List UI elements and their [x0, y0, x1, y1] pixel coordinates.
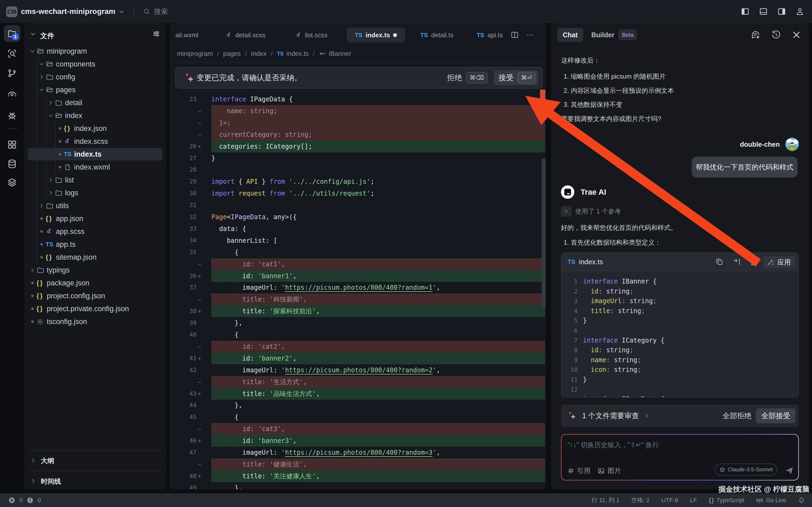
code-line-added: 48+ title: '关注健康人生',	[170, 470, 546, 482]
line-number: 4	[561, 306, 577, 316]
editor-tab-index.ts[interactable]: TSindex.ts	[347, 27, 405, 42]
reject-changes-button[interactable]: 拒绝 ⌘⌫	[447, 72, 488, 84]
tree-item-detail[interactable]: detail	[24, 96, 166, 109]
model-selector[interactable]: Claude-3.5-Sonnet	[715, 463, 777, 475]
status-item[interactable]: 空格: 2	[631, 496, 650, 504]
accept-changes-button[interactable]: 接受 ⌘⏎	[494, 70, 539, 85]
tree-item-components[interactable]: components	[24, 58, 166, 70]
filter-icon[interactable]	[152, 30, 160, 38]
breadcrumb-item-pages[interactable]: pages	[223, 50, 241, 57]
problems-summary[interactable]: 0 0	[8, 493, 41, 507]
chat-input[interactable]: "↑↓" 切换历史输入，"⇧↵" 换行 引用 图片 Claude-3.5-Son…	[561, 435, 798, 480]
breadcrumb-item-miniprogram[interactable]: miniprogram	[177, 50, 213, 57]
breadcrumb-label: IBanner	[329, 50, 351, 57]
copy-icon[interactable]	[715, 258, 724, 266]
image-button[interactable]: 图片	[598, 466, 621, 475]
apply-button[interactable]: 应用	[763, 256, 795, 268]
reject-all-button[interactable]: 全部拒绝	[723, 404, 752, 427]
tab-chat[interactable]: Chat	[557, 28, 583, 42]
activity-source-control-icon[interactable]	[4, 65, 20, 81]
layout-sidebar-left-icon[interactable]	[741, 7, 750, 16]
user-avatar[interactable]	[785, 137, 799, 151]
chevron-right-icon[interactable]	[644, 412, 650, 419]
tree-item-miniprogram[interactable]: miniprogram	[24, 45, 166, 58]
status-item[interactable]: LF	[690, 497, 697, 504]
references-row[interactable]: 使用了 1 个参考	[561, 206, 621, 217]
tree-item-index.scss[interactable]: index.scss	[24, 135, 166, 148]
new-chat-icon[interactable]	[751, 30, 760, 40]
breadcrumb-item-index.ts[interactable]: TSindex.ts	[277, 50, 309, 57]
chat-header: Chat Builder Beta	[551, 23, 809, 47]
breadcrumb-item-index[interactable]: index	[251, 50, 266, 57]
tree-item-config[interactable]: config	[24, 70, 166, 83]
editor-tab-list.scss[interactable]: list.scss	[284, 27, 339, 42]
editor-tab-detail.scss[interactable]: detail.scss	[214, 27, 277, 42]
tree-item-index.json[interactable]: { }index.json	[24, 122, 166, 135]
project-chevron-down-icon[interactable]	[118, 8, 125, 15]
status-typescript[interactable]: { }TypeScript	[709, 497, 744, 504]
bell-icon[interactable]	[798, 497, 805, 504]
files-section-header[interactable]: 文件	[24, 23, 166, 42]
tree-item-sitemap.json[interactable]: { }sitemap.json	[24, 251, 166, 264]
project-name[interactable]: cms-wechart-miniprogram	[21, 0, 115, 23]
tree-item-logs[interactable]: logs	[24, 186, 166, 199]
activity-layers-icon[interactable]	[4, 174, 20, 191]
activity-database-icon[interactable]	[4, 156, 20, 172]
history-icon[interactable]	[771, 30, 781, 40]
breadcrumb-item-IBanner[interactable]: IBanner	[319, 50, 351, 57]
tree-item-index[interactable]: index	[24, 109, 166, 122]
account-icon[interactable]	[795, 7, 805, 16]
global-search[interactable]: 搜索	[143, 0, 168, 23]
line-number: 26	[170, 140, 197, 152]
code-card-content[interactable]: 1interface IBanner {2 id: string;3 image…	[561, 271, 798, 397]
editor-tab-api.ts[interactable]: TSapi.ts	[470, 27, 510, 42]
activity-debug-icon[interactable]	[4, 107, 20, 124]
reference-button[interactable]: 引用	[567, 466, 591, 475]
activity-extensions-icon[interactable]	[4, 136, 20, 153]
insert-icon[interactable]	[732, 258, 741, 266]
status-go-live[interactable]: Go Live	[756, 497, 786, 504]
tree-item-label: miniprogram	[47, 47, 87, 56]
tree-item-app.scss[interactable]: app.scss	[24, 225, 166, 238]
outline-section[interactable]: 大纲	[24, 450, 166, 471]
project-logo[interactable]: CM	[6, 6, 17, 17]
status-item[interactable]: 行 11, 列 1	[592, 496, 619, 504]
references-expand-icon[interactable]	[561, 206, 572, 217]
send-button[interactable]	[784, 466, 794, 475]
editor-tab-ail.wxml[interactable]: ail.wxml	[171, 27, 202, 42]
editor-scrollbar[interactable]	[542, 158, 546, 308]
timeline-section[interactable]: 时间线	[24, 471, 166, 492]
accept-all-button[interactable]: 全部接受	[756, 408, 796, 423]
tree-item-project.config.json[interactable]: { }project.config.json	[24, 289, 166, 302]
code-editor[interactable]: 23interface IPageData {— name: string;— …	[170, 89, 546, 489]
code-line-deleted: — }>;	[170, 117, 546, 129]
tree-item-tsconfig.json[interactable]: tsconfig.json	[24, 315, 166, 328]
tree-item-list[interactable]: list	[24, 174, 166, 186]
new-file-icon[interactable]	[750, 258, 758, 266]
layout-sidebar-right-icon[interactable]	[777, 7, 786, 16]
editor-tab-detail.ts[interactable]: TSdetail.ts	[413, 27, 461, 42]
tree-item-typings[interactable]: typings	[24, 264, 166, 277]
tree-item-project.private.config.json[interactable]: { }project.private.config.json	[24, 302, 166, 315]
close-icon[interactable]	[792, 30, 801, 40]
split-editor-icon[interactable]	[510, 31, 519, 39]
tree-item-package.json[interactable]: { }package.json	[24, 277, 166, 289]
tree-item-pages[interactable]: pages	[24, 83, 166, 96]
tree-item-index.ts[interactable]: TSindex.ts	[24, 148, 166, 161]
tree-item-app.ts[interactable]: TSapp.ts	[24, 238, 166, 251]
activity-files-icon[interactable]: 1	[4, 25, 20, 42]
tree-item-utils[interactable]: utils	[24, 199, 166, 212]
tab-builder[interactable]: Builder Beta	[591, 28, 637, 42]
activity-remote-eye-icon[interactable]	[4, 86, 20, 102]
more-actions-icon[interactable]	[526, 31, 535, 39]
status-item[interactable]: UTF-8	[661, 497, 678, 504]
tree-item-app.json[interactable]: { }app.json	[24, 212, 166, 225]
tree-item-index.wxml[interactable]: index.wxml	[24, 161, 166, 174]
code-line-text: interface IPageData {	[211, 93, 293, 105]
assistant-message2-step: 1. 首先优化数据结构和类型定义：	[564, 235, 661, 249]
activity-search-icon[interactable]	[4, 45, 20, 62]
layout-panel-icon[interactable]	[759, 7, 768, 16]
tree-item-label: typings	[47, 266, 70, 274]
files-header-label: 文件	[40, 26, 54, 45]
ai-banner-text: 变更已完成，请确认是否采纳。	[197, 68, 302, 88]
